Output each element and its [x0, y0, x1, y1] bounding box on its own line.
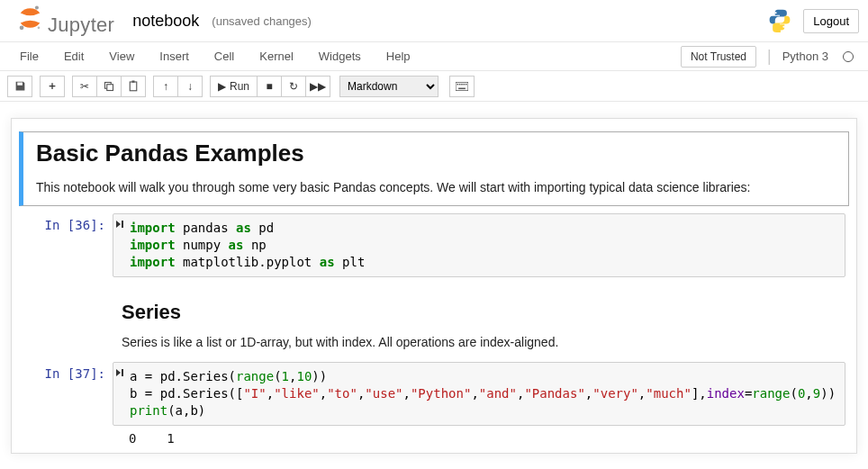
svg-rect-11 [464, 83, 466, 85]
code-input[interactable]: import pandas as pd import numpy as np i… [113, 213, 845, 277]
svg-point-0 [35, 6, 39, 10]
move-down-button[interactable]: ↓ [177, 76, 203, 97]
copy-icon [104, 81, 114, 92]
restart-button[interactable]: ↻ [281, 76, 306, 97]
copy-button[interactable] [96, 76, 122, 97]
markdown-cell[interactable]: SeriesSeries is like a list or 1D-array,… [19, 284, 849, 355]
svg-rect-8 [457, 83, 459, 85]
code-cell[interactable]: In [36]:import pandas as pd import numpy… [19, 210, 849, 281]
markdown-paragraph: This notebook will walk you through some… [36, 178, 832, 196]
svg-rect-6 [132, 81, 135, 83]
run-button[interactable]: ▶Run [210, 76, 258, 97]
insert-cell-button[interactable]: ＋ [40, 76, 65, 97]
svg-point-1 [20, 25, 24, 30]
jupyter-logo[interactable]: Jupyter [18, 5, 114, 37]
menu-widgets[interactable]: Widgets [306, 44, 374, 68]
code-input[interactable]: a = pd.Series(range(1,10)) b = pd.Series… [113, 362, 845, 426]
jupyter-text: Jupyter [48, 14, 114, 37]
stop-icon: ■ [266, 80, 272, 93]
move-up-button[interactable]: ↑ [153, 76, 178, 97]
arrow-down-icon: ↓ [187, 80, 193, 93]
play-icon: ▶ [218, 80, 226, 93]
notebook-area[interactable]: Basic Pandas ExamplesThis notebook will … [11, 118, 857, 454]
menu-help[interactable]: Help [374, 44, 423, 68]
svg-point-2 [38, 26, 41, 29]
save-icon [14, 80, 26, 92]
code-text[interactable]: a = pd.Series(range(1,10)) b = pd.Series… [130, 368, 839, 419]
svg-rect-7 [456, 82, 468, 90]
svg-rect-5 [130, 82, 137, 91]
markdown-heading: Basic Pandas Examples [36, 140, 832, 167]
code-text[interactable]: import pandas as pd import numpy as np i… [130, 220, 839, 271]
menu-file[interactable]: File [7, 44, 51, 68]
kernel-idle-icon [843, 51, 854, 62]
kernel-name[interactable]: Python 3 [782, 50, 828, 63]
interrupt-button[interactable]: ■ [257, 76, 282, 97]
separator: | [767, 47, 772, 66]
menu-insert[interactable]: Insert [147, 44, 202, 68]
output-text: 0 1 [113, 426, 845, 446]
jupyter-planet-icon [18, 5, 42, 32]
cut-button[interactable]: ✂ [72, 76, 97, 97]
svg-rect-15 [122, 369, 123, 376]
markdown-paragraph: Series is like a list or 1D-array, but w… [122, 333, 833, 351]
restart-run-all-button[interactable]: ▶▶ [305, 76, 330, 97]
input-prompt: In [36]: [23, 213, 113, 277]
restart-icon: ↻ [289, 80, 298, 93]
notebook-name[interactable]: notebook [127, 10, 204, 32]
svg-rect-13 [458, 87, 466, 89]
paste-button[interactable] [121, 76, 146, 97]
input-prompt: In [37]: [23, 362, 113, 446]
plus-icon: ＋ [47, 78, 58, 94]
run-label: Run [230, 80, 249, 93]
command-palette-button[interactable] [449, 76, 475, 97]
svg-rect-14 [122, 221, 123, 228]
svg-rect-12 [466, 83, 467, 85]
arrow-up-icon: ↑ [163, 80, 168, 93]
save-button[interactable] [7, 76, 32, 97]
python-logo-icon [767, 7, 792, 35]
step-forward-icon [115, 220, 130, 271]
markdown-heading: Series [122, 301, 833, 324]
svg-rect-4 [107, 84, 113, 90]
trust-badge[interactable]: Not Trusted [681, 46, 756, 68]
svg-rect-10 [461, 83, 463, 85]
menu-cell[interactable]: Cell [202, 44, 247, 68]
save-status: (unsaved changes) [212, 14, 312, 28]
code-cell[interactable]: In [37]:a = pd.Series(range(1,10)) b = p… [19, 358, 849, 449]
menu-edit[interactable]: Edit [51, 44, 96, 68]
cell-type-select[interactable]: CodeMarkdownRaw NBConvertHeading [339, 76, 439, 97]
paste-icon [128, 80, 139, 92]
svg-rect-9 [459, 83, 461, 85]
cut-icon: ✂ [80, 80, 89, 93]
step-forward-icon [115, 368, 130, 419]
menu-kernel[interactable]: Kernel [247, 44, 306, 68]
menu-view[interactable]: View [96, 44, 147, 68]
keyboard-icon [456, 82, 468, 91]
markdown-cell[interactable]: Basic Pandas ExamplesThis notebook will … [19, 131, 849, 206]
fast-forward-icon: ▶▶ [310, 80, 326, 93]
logout-button[interactable]: Logout [803, 9, 859, 33]
